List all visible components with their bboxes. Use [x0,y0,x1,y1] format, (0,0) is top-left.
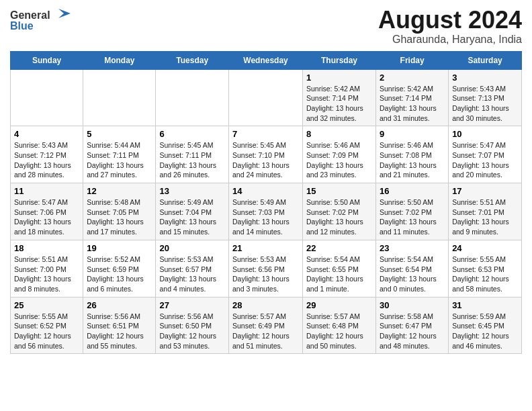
week-row-5: 25Sunrise: 5:55 AM Sunset: 6:52 PM Dayli… [11,297,522,354]
calendar-cell: 25Sunrise: 5:55 AM Sunset: 6:52 PM Dayli… [11,297,83,354]
calendar-cell: 15Sunrise: 5:50 AM Sunset: 7:02 PM Dayli… [303,183,376,240]
calendar-cell: 9Sunrise: 5:46 AM Sunset: 7:08 PM Daylig… [376,126,449,183]
calendar-cell: 7Sunrise: 5:45 AM Sunset: 7:10 PM Daylig… [229,126,303,183]
calendar-cell [229,69,303,126]
day-info: Sunrise: 5:55 AM Sunset: 6:52 PM Dayligh… [14,312,79,351]
calendar-cell: 31Sunrise: 5:59 AM Sunset: 6:45 PM Dayli… [449,297,522,354]
day-info: Sunrise: 5:44 AM Sunset: 7:11 PM Dayligh… [87,140,152,180]
day-info: Sunrise: 5:45 AM Sunset: 7:11 PM Dayligh… [159,140,225,180]
day-info: Sunrise: 5:50 AM Sunset: 7:02 PM Dayligh… [380,197,445,237]
calendar-cell: 29Sunrise: 5:57 AM Sunset: 6:48 PM Dayli… [303,297,376,354]
day-header-friday: Friday [376,51,449,69]
day-number: 3 [452,73,518,83]
logo: General Blue [10,7,84,34]
calendar-cell [83,69,156,126]
day-number: 26 [87,300,152,310]
calendar-cell: 10Sunrise: 5:47 AM Sunset: 7:07 PM Dayli… [449,126,522,183]
day-info: Sunrise: 5:42 AM Sunset: 7:14 PM Dayligh… [306,84,372,124]
calendar-cell: 17Sunrise: 5:51 AM Sunset: 7:01 PM Dayli… [449,183,522,240]
calendar-cell: 20Sunrise: 5:53 AM Sunset: 6:57 PM Dayli… [156,240,229,297]
calendar-cell: 11Sunrise: 5:47 AM Sunset: 7:06 PM Dayli… [11,183,83,240]
day-info: Sunrise: 5:49 AM Sunset: 7:04 PM Dayligh… [159,197,225,237]
day-number: 8 [306,129,372,139]
day-number: 30 [380,300,445,310]
calendar-cell [11,69,83,126]
week-row-2: 4Sunrise: 5:43 AM Sunset: 7:12 PM Daylig… [11,126,522,183]
day-info: Sunrise: 5:47 AM Sunset: 7:06 PM Dayligh… [14,197,79,237]
svg-text:Blue: Blue [10,20,34,32]
day-header-tuesday: Tuesday [156,51,229,69]
calendar-cell: 19Sunrise: 5:52 AM Sunset: 6:59 PM Dayli… [83,240,156,297]
day-number: 20 [159,243,225,253]
page-title: August 2024 [378,7,522,34]
calendar-cell: 13Sunrise: 5:49 AM Sunset: 7:04 PM Dayli… [156,183,229,240]
day-number: 16 [380,186,445,196]
day-number: 11 [14,186,79,196]
calendar-cell: 4Sunrise: 5:43 AM Sunset: 7:12 PM Daylig… [11,126,83,183]
day-info: Sunrise: 5:51 AM Sunset: 7:00 PM Dayligh… [14,255,79,294]
day-number: 17 [452,186,518,196]
calendar-cell: 12Sunrise: 5:48 AM Sunset: 7:05 PM Dayli… [83,183,156,240]
day-number: 7 [232,129,299,139]
title-block: August 2024 Gharaunda, Haryana, India [378,7,522,46]
day-number: 27 [159,300,225,310]
day-number: 5 [87,129,152,139]
calendar-cell: 16Sunrise: 5:50 AM Sunset: 7:02 PM Dayli… [376,183,449,240]
day-header-thursday: Thursday [303,51,376,69]
day-info: Sunrise: 5:56 AM Sunset: 6:50 PM Dayligh… [159,312,225,351]
day-number: 4 [14,129,79,139]
page-subtitle: Gharaunda, Haryana, India [378,34,522,46]
calendar-cell: 28Sunrise: 5:57 AM Sunset: 6:49 PM Dayli… [229,297,303,354]
day-header-sunday: Sunday [11,51,83,69]
svg-text:General: General [10,9,50,21]
day-info: Sunrise: 5:47 AM Sunset: 7:07 PM Dayligh… [452,140,518,180]
day-number: 24 [452,243,518,253]
day-number: 21 [232,243,299,253]
day-header-row: SundayMondayTuesdayWednesdayThursdayFrid… [11,51,522,69]
day-info: Sunrise: 5:50 AM Sunset: 7:02 PM Dayligh… [306,197,372,237]
day-number: 28 [232,300,299,310]
day-info: Sunrise: 5:53 AM Sunset: 6:57 PM Dayligh… [159,255,225,294]
day-number: 2 [380,73,445,83]
calendar-cell: 6Sunrise: 5:45 AM Sunset: 7:11 PM Daylig… [156,126,229,183]
calendar-cell: 8Sunrise: 5:46 AM Sunset: 7:09 PM Daylig… [303,126,376,183]
logo-svg: General Blue [10,7,84,34]
week-row-3: 11Sunrise: 5:47 AM Sunset: 7:06 PM Dayli… [11,183,522,240]
calendar-cell: 24Sunrise: 5:55 AM Sunset: 6:53 PM Dayli… [449,240,522,297]
calendar-cell: 5Sunrise: 5:44 AM Sunset: 7:11 PM Daylig… [83,126,156,183]
day-info: Sunrise: 5:56 AM Sunset: 6:51 PM Dayligh… [87,312,152,351]
day-number: 13 [159,186,225,196]
day-header-monday: Monday [83,51,156,69]
calendar-cell [156,69,229,126]
day-info: Sunrise: 5:42 AM Sunset: 7:14 PM Dayligh… [380,84,445,124]
calendar-table: SundayMondayTuesdayWednesdayThursdayFrid… [10,51,522,355]
day-number: 23 [380,243,445,253]
day-info: Sunrise: 5:48 AM Sunset: 7:05 PM Dayligh… [87,197,152,237]
day-number: 6 [159,129,225,139]
week-row-1: 1Sunrise: 5:42 AM Sunset: 7:14 PM Daylig… [11,69,522,126]
day-info: Sunrise: 5:59 AM Sunset: 6:45 PM Dayligh… [452,312,518,351]
day-info: Sunrise: 5:54 AM Sunset: 6:55 PM Dayligh… [306,255,372,294]
day-info: Sunrise: 5:57 AM Sunset: 6:49 PM Dayligh… [232,312,299,351]
day-number: 14 [232,186,299,196]
day-info: Sunrise: 5:54 AM Sunset: 6:54 PM Dayligh… [380,255,445,294]
calendar-cell: 21Sunrise: 5:53 AM Sunset: 6:56 PM Dayli… [229,240,303,297]
calendar-cell: 1Sunrise: 5:42 AM Sunset: 7:14 PM Daylig… [303,69,376,126]
day-info: Sunrise: 5:46 AM Sunset: 7:08 PM Dayligh… [380,140,445,180]
calendar-cell: 18Sunrise: 5:51 AM Sunset: 7:00 PM Dayli… [11,240,83,297]
day-number: 1 [306,73,372,83]
day-number: 10 [452,129,518,139]
day-info: Sunrise: 5:55 AM Sunset: 6:53 PM Dayligh… [452,255,518,294]
day-info: Sunrise: 5:58 AM Sunset: 6:47 PM Dayligh… [380,312,445,351]
day-number: 29 [306,300,372,310]
calendar-cell: 23Sunrise: 5:54 AM Sunset: 6:54 PM Dayli… [376,240,449,297]
calendar-cell: 22Sunrise: 5:54 AM Sunset: 6:55 PM Dayli… [303,240,376,297]
calendar-cell: 27Sunrise: 5:56 AM Sunset: 6:50 PM Dayli… [156,297,229,354]
header: General Blue August 2024 Gharaunda, Hary… [10,7,522,46]
calendar-cell: 3Sunrise: 5:43 AM Sunset: 7:13 PM Daylig… [449,69,522,126]
calendar-cell: 2Sunrise: 5:42 AM Sunset: 7:14 PM Daylig… [376,69,449,126]
day-number: 15 [306,186,372,196]
day-number: 19 [87,243,152,253]
day-header-saturday: Saturday [449,51,522,69]
day-info: Sunrise: 5:51 AM Sunset: 7:01 PM Dayligh… [452,197,518,237]
